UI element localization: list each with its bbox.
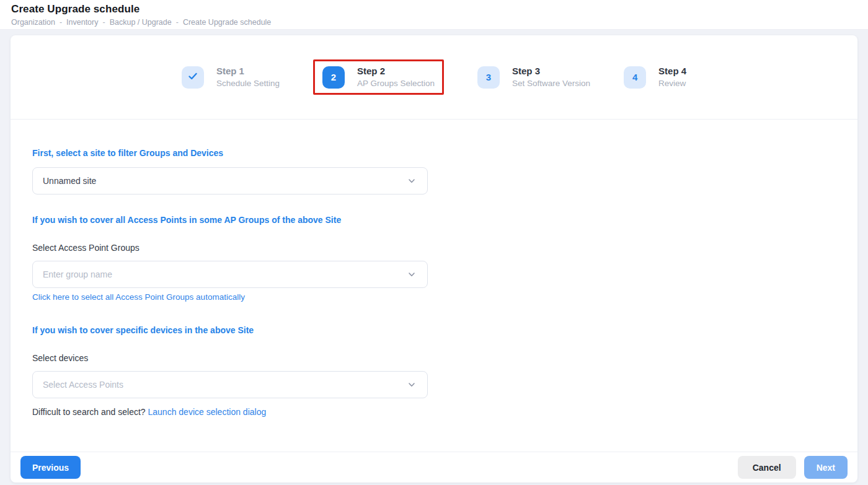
check-icon (187, 71, 198, 84)
stepper-step-3[interactable]: 3 Step 3 Set Software Version (477, 66, 590, 89)
step-2-subtitle: AP Groups Selection (357, 79, 435, 89)
step-1-title: Step 1 (216, 66, 280, 77)
devices-select-placeholder: Select Access Points (43, 380, 123, 390)
step-2-box: 2 (322, 66, 345, 89)
step-3-text: Step 3 Set Software Version (512, 66, 590, 89)
groups-section-heading: If you wish to cover all Access Points i… (32, 215, 836, 225)
chevron-down-icon (407, 270, 416, 279)
step-3-subtitle: Set Software Version (512, 79, 590, 89)
wizard-stepper: Step 1 Schedule Setting 2 Step 2 AP Grou… (11, 35, 857, 120)
next-button[interactable]: Next (804, 456, 848, 479)
chevron-down-icon (407, 177, 416, 185)
site-select[interactable]: Unnamed site (32, 167, 428, 194)
step-2-form: First, select a site to filter Groups an… (11, 120, 857, 452)
step-2-text: Step 2 AP Groups Selection (357, 66, 435, 89)
step-1-text: Step 1 Schedule Setting (216, 66, 280, 89)
step-4-text: Step 4 Review (658, 66, 686, 89)
step-3-box: 3 (477, 66, 500, 89)
step-1-subtitle: Schedule Setting (216, 79, 280, 89)
device-dialog-hint-text: Difficult to search and select? (32, 407, 146, 417)
chevron-down-icon (407, 380, 416, 389)
page-title: Create Upgrade schedule (11, 3, 857, 15)
stepper-step-4[interactable]: 4 Step 4 Review (624, 66, 686, 89)
step-3-title: Step 3 (512, 66, 590, 77)
step-4-subtitle: Review (658, 79, 686, 89)
ap-groups-select[interactable]: Enter group name (32, 261, 428, 288)
breadcrumb-item-current: Create Upgrade schedule (183, 18, 271, 27)
page-header: Create Upgrade schedule Organization - I… (0, 0, 868, 30)
select-all-groups-link[interactable]: Click here to select all Access Point Gr… (32, 292, 245, 302)
stepper-step-2[interactable]: 2 Step 2 AP Groups Selection (322, 66, 435, 89)
stepper-step-1[interactable]: Step 1 Schedule Setting (182, 66, 280, 89)
step-4-box: 4 (624, 66, 646, 89)
cancel-button[interactable]: Cancel (738, 456, 796, 479)
breadcrumb-separator: - (176, 18, 179, 27)
launch-device-dialog-link[interactable]: Launch device selection dialog (148, 407, 267, 417)
site-section-heading: First, select a site to filter Groups an… (32, 148, 836, 158)
breadcrumb-item-inventory[interactable]: Inventory (66, 18, 98, 27)
devices-select[interactable]: Select Access Points (32, 371, 428, 398)
site-select-value: Unnamed site (43, 176, 96, 186)
step-2-title: Step 2 (357, 66, 435, 77)
breadcrumb-item-organization[interactable]: Organization (11, 18, 55, 27)
device-dialog-hint: Difficult to search and select? Launch d… (32, 407, 836, 417)
breadcrumb-separator: - (102, 18, 105, 27)
previous-button[interactable]: Previous (20, 456, 81, 479)
wizard-footer: Previous Cancel Next (11, 452, 857, 483)
devices-section-heading: If you wish to cover specific devices in… (32, 325, 836, 335)
step-4-title: Step 4 (658, 66, 686, 77)
groups-select-label: Select Access Point Groups (32, 243, 836, 253)
breadcrumb: Organization - Inventory - Backup / Upgr… (11, 18, 857, 27)
devices-select-label: Select devices (32, 353, 836, 363)
wizard-card: Step 1 Schedule Setting 2 Step 2 AP Grou… (11, 35, 857, 483)
step-2-highlight-annotation: 2 Step 2 AP Groups Selection (313, 59, 444, 95)
ap-groups-select-placeholder: Enter group name (43, 269, 112, 279)
breadcrumb-item-backup-upgrade[interactable]: Backup / Upgrade (110, 18, 172, 27)
step-1-box (182, 66, 204, 89)
breadcrumb-separator: - (60, 18, 62, 27)
